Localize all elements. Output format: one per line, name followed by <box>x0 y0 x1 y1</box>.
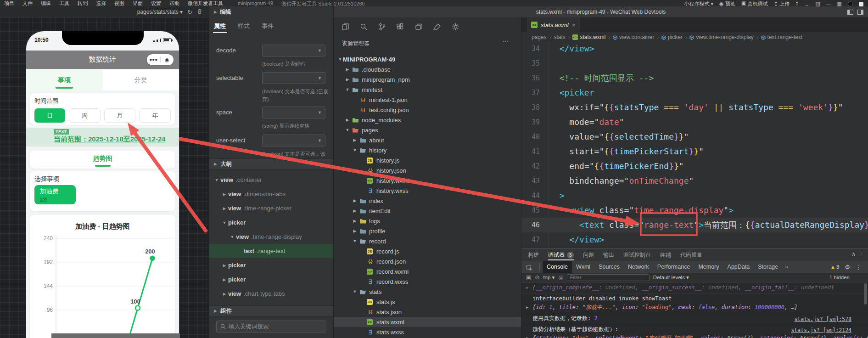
console-sidebar-icon[interactable]: ▣ <box>526 274 531 281</box>
breadcrumb-item-stats[interactable]: stats <box>554 34 565 40</box>
source-link[interactable]: stats.js? [sm]:2124 <box>791 327 851 334</box>
preview-button[interactable]: ◉ 预览 <box>719 0 735 6</box>
tree-item-history.wxss[interactable]: ∃history.wxss <box>334 186 521 196</box>
menu-item-文件[interactable]: 文件 <box>18 0 37 6</box>
tree-item-node_modules[interactable]: ▶node_modules <box>334 115 521 125</box>
devtools-tab-Console[interactable]: Console <box>543 261 572 273</box>
menu-item-选择[interactable]: 选择 <box>92 0 110 6</box>
device-debug-button[interactable]: ▣ 真机调试 <box>741 0 768 6</box>
outline-node-text.range-text[interactable]: text.range-text <box>209 244 333 258</box>
disclosure-triangle-icon[interactable]: ▶ <box>526 334 528 338</box>
edit-tab-属性[interactable]: 属性 <box>213 19 227 33</box>
tree-root-miniprogram-49[interactable]: ▼MINIPROGRAM-49 <box>334 54 521 64</box>
chevron-right-icon[interactable]: ▶ <box>222 263 227 268</box>
chevron-right-icon[interactable]: ▶ <box>352 198 358 203</box>
tree-item-record[interactable]: ▼record <box>334 236 521 246</box>
dimension-tab-分类[interactable]: 分类 <box>103 70 179 90</box>
property-select-space[interactable]: ▼ <box>262 107 325 118</box>
minimize-icon[interactable]: — <box>826 1 831 7</box>
outline-node-view.time-range-display[interactable]: ▼view.time-range-display <box>209 230 333 244</box>
components-section-header[interactable]: ▶ 组件 <box>209 305 333 316</box>
eye-icon[interactable]: ◎ <box>558 274 563 281</box>
source-link[interactable]: stats.js? [sm]:578 <box>794 315 851 323</box>
chevron-right-icon[interactable]: ▶ <box>222 206 227 211</box>
debugger-tab-调试器[interactable]: 调试器3 <box>548 249 574 261</box>
code-line-47[interactable]: 47 </view> <box>521 232 868 247</box>
outline-node-view.container[interactable]: ▼view.container <box>209 173 333 187</box>
menu-item-编辑[interactable]: 编辑 <box>37 0 55 6</box>
help-icon[interactable]: ? <box>795 1 798 7</box>
code-area[interactable]: 34 </view>3536 <!-- 时间范围显示 -->37 <picker… <box>521 41 868 248</box>
menu-item-项目[interactable]: 项目 <box>0 0 18 6</box>
layout-icon[interactable]: ▤ <box>815 1 820 6</box>
tree-item-about[interactable]: ▶about <box>334 135 521 145</box>
chevron-down-icon[interactable]: ▼ <box>352 148 358 152</box>
tree-item-profile[interactable]: ▶profile <box>334 226 521 236</box>
code-line-35[interactable]: 35 <box>521 56 868 71</box>
tree-item-history.json[interactable]: {..}history.json <box>334 165 521 175</box>
chevron-down-icon[interactable]: ▼ <box>345 128 350 132</box>
clear-console-icon[interactable]: ⊘ <box>535 274 539 281</box>
tree-item-test.config.json[interactable]: {..}test.config.json <box>334 105 521 115</box>
dimension-tab-事项[interactable]: 事项 <box>26 70 103 90</box>
mode-dropdown[interactable]: 小程序模式 ▾ <box>684 0 713 6</box>
tree-item-miniprogram_npm[interactable]: ▶miniprogram_npm <box>334 74 521 84</box>
property-select-decode[interactable]: ▼ <box>262 45 325 56</box>
breadcrumb-item-view.time-range-display[interactable]: view.time-range-display <box>689 34 753 40</box>
component-search-input[interactable]: 输入关键词搜索 <box>216 321 326 332</box>
time-range-button-年[interactable]: 年 <box>139 108 171 123</box>
breadcrumb-item-view.container[interactable]: view.container <box>613 34 654 40</box>
event-chip[interactable]: 加油费 2次 <box>34 185 76 204</box>
tree-item-pages[interactable]: ▼pages <box>334 125 521 135</box>
outline-node-picker[interactable]: ▶picker <box>209 258 333 272</box>
devtools-tab-Performance[interactable]: Performance <box>653 261 694 273</box>
avatar[interactable] <box>848 1 853 6</box>
edit-tab-样式[interactable]: 样式 <box>237 19 251 33</box>
chevron-down-icon[interactable]: ▼ <box>337 57 343 62</box>
source-control-icon[interactable] <box>378 23 386 31</box>
menu-item-帮助[interactable]: 帮助 <box>165 0 184 6</box>
chevron-right-icon[interactable]: ▶ <box>352 208 358 213</box>
console-filter-input[interactable] <box>567 274 650 281</box>
menu-item-设置[interactable]: 设置 <box>147 0 165 6</box>
debugger-tab-代码质量[interactable]: 代码质量 <box>680 249 702 261</box>
chevron-down-icon[interactable]: ▼ <box>230 235 235 239</box>
tree-item-history.wxml[interactable]: <>history.wxml <box>334 175 521 186</box>
edit-tab-事件[interactable]: 事件 <box>261 19 274 33</box>
tree-item-stats[interactable]: ▼stats <box>334 287 521 297</box>
code-line-46[interactable]: 46 <text class="range-text">当前范围：{{actua… <box>521 218 868 232</box>
debugger-tab-输出[interactable]: 输出 <box>603 249 614 261</box>
tree-item-minitest-1.json[interactable]: {..}minitest-1.json <box>334 95 521 105</box>
theme-brush-icon[interactable] <box>433 23 442 31</box>
tree-item-history[interactable]: ▼history <box>334 145 521 155</box>
code-line-41[interactable]: 41 start="{{timePickerStart}}" <box>521 144 868 159</box>
collapse-panel-icon[interactable]: ∧ <box>851 251 856 257</box>
edit-panel-header[interactable]: ▶ 编辑 <box>209 6 333 17</box>
tree-item-index[interactable]: ▶index <box>334 196 521 206</box>
more-tabs-icon[interactable]: » <box>782 264 791 270</box>
tree-item-logs[interactable]: ▶logs <box>334 216 521 226</box>
console-scrollbar[interactable] <box>864 283 867 304</box>
toggle-right-panel-icon[interactable] <box>857 10 863 15</box>
debugger-tab-构建[interactable]: 构建 <box>528 249 539 261</box>
chevron-right-icon[interactable]: ▶ <box>222 292 227 296</box>
chevron-right-icon[interactable]: ▶ <box>345 67 350 72</box>
breadcrumb-item-pages[interactable]: pages <box>532 34 547 40</box>
chevron-down-icon[interactable]: ▼ <box>352 289 358 294</box>
tree-item-minitest[interactable]: ▼minitest <box>334 84 521 95</box>
windows-icon[interactable] <box>414 23 423 31</box>
breadcrumb-item-picker[interactable]: picker <box>661 34 683 40</box>
breadcrumb-item-text.range-text[interactable]: text.range-text <box>761 34 803 40</box>
chevron-right-icon[interactable]: ▶ <box>352 138 358 142</box>
menu-item-转到[interactable]: 转到 <box>73 0 92 6</box>
code-line-38[interactable]: 38 wx:if="{{statsType === 'day' || stats… <box>521 100 868 115</box>
code-line-43[interactable]: 43 bindchange="onTimeChange" <box>521 174 868 188</box>
code-line-44[interactable]: 44 > <box>521 188 868 203</box>
tree-item-stats.wxss[interactable]: ∃stats.wxss <box>334 327 521 337</box>
tree-item-stats.json[interactable]: {..}stats.json <box>334 307 521 317</box>
disclosure-triangle-icon[interactable]: ▶ <box>526 304 528 311</box>
close-tab-icon[interactable]: × <box>572 22 576 28</box>
menu-item-视图[interactable]: 视图 <box>110 0 129 6</box>
settings-gear-icon[interactable] <box>451 23 460 31</box>
outline-node-picker[interactable]: ▶picker <box>209 272 333 287</box>
